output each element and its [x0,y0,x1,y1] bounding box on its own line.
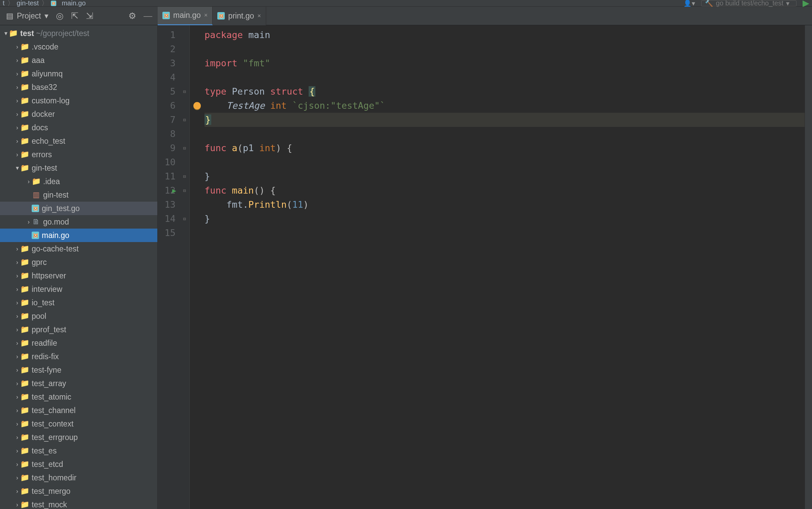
fold-marker[interactable]: ⊟ [180,141,189,155]
chevron-down-icon[interactable]: ▾ [3,30,9,37]
line-number[interactable]: 13 [158,198,176,212]
breadcrumb-item[interactable]: t [3,0,5,7]
line-number[interactable]: 10 [158,155,176,169]
close-icon[interactable]: × [257,12,261,20]
run-gutter-icon[interactable]: ▶ [172,183,176,198]
collapse-icon[interactable]: ⇲ [86,11,93,21]
chevron-icon[interactable]: › [14,70,20,77]
tree-item[interactable]: › 📁gprc [0,256,157,269]
tree-item[interactable]: › 📁aaa [0,54,157,67]
chevron-icon[interactable]: › [14,313,20,320]
code-line[interactable]: TestAge int `cjson:"testAge"` [205,99,805,113]
chevron-icon[interactable]: › [14,420,20,428]
tree-item[interactable]: ▾ 📁gin-test [0,161,157,175]
fold-marker[interactable] [180,99,189,113]
line-number[interactable]: 11 [158,169,176,183]
editor-tab[interactable]: 🐹 print.go × [213,7,266,25]
chevron-icon[interactable]: › [14,447,20,454]
expand-icon[interactable]: ⇱ [71,11,79,21]
line-number[interactable]: 15 [158,226,176,240]
fold-marker[interactable] [180,56,189,70]
line-number[interactable]: 7 [158,113,176,127]
chevron-icon[interactable]: › [14,43,20,50]
fold-marker[interactable] [180,198,189,212]
line-number[interactable]: 2 [158,42,176,56]
chevron-icon[interactable]: › [14,394,20,401]
code-editor[interactable]: 123456789101112131415 ⊟⊟⊟⊟▶⊟⊟ package ma… [158,25,812,509]
code-line[interactable]: } [205,113,805,127]
chevron-icon[interactable]: › [14,272,20,279]
code-line[interactable] [205,127,805,141]
fold-marker[interactable] [180,155,189,169]
tree-item[interactable]: › 📁test_mergo [0,484,157,498]
tree-item[interactable]: › 📁test_errgroup [0,431,157,444]
code-line[interactable]: fmt.Println(11) [205,198,805,212]
code-line[interactable] [205,155,805,169]
tree-item[interactable]: › 📁readfile [0,336,157,350]
chevron-icon[interactable]: › [14,97,20,104]
tree-item[interactable]: · 🐹gin_test.go [0,202,157,215]
editor-tab[interactable]: 🐹 main.go × [158,7,213,25]
chevron-icon[interactable]: · [26,205,32,212]
tree-item[interactable]: › 📁io_test [0,296,157,309]
tree-item[interactable]: › 📁aliyunmq [0,67,157,80]
bulb-icon[interactable] [193,102,201,109]
code-line[interactable]: func main() { [205,183,805,198]
breadcrumb-item[interactable]: gin-test [17,0,39,7]
close-icon[interactable]: × [204,12,208,19]
tree-item[interactable]: › 📁test_mock [0,498,157,509]
code-line[interactable]: import "fmt" [205,56,805,70]
chevron-icon[interactable]: › [14,124,20,131]
code-line[interactable]: } [205,169,805,183]
tree-item[interactable]: › 📁go-cache-test [0,242,157,256]
fold-marker[interactable]: ⊟ [180,212,189,226]
fold-marker[interactable] [180,28,189,42]
chevron-icon[interactable]: › [14,57,20,64]
chevron-icon[interactable]: › [26,218,32,226]
tree-item[interactable]: › 📁pool [0,309,157,323]
chevron-icon[interactable]: › [14,111,20,118]
gear-icon[interactable]: ⚙ [128,11,136,21]
fold-marker[interactable] [180,42,189,56]
fold-marker[interactable]: ⊟ [180,169,189,183]
chevron-icon[interactable]: › [14,501,20,508]
project-tool-window-button[interactable]: ▤ Project ▾ [6,11,49,21]
tree-item[interactable]: › 🗎go.mod [0,215,157,229]
tree-root[interactable]: ▾ 📁 test ~/goproject/test [0,27,157,40]
chevron-icon[interactable]: › [14,138,20,145]
tree-item[interactable]: › 📁pprof_test [0,323,157,336]
chevron-icon[interactable]: › [14,299,20,306]
tree-item[interactable]: › 📁test_etcd [0,457,157,471]
line-number[interactable]: 9 [158,141,176,155]
tree-item[interactable]: › 📁test-fyne [0,363,157,377]
fold-marker[interactable]: ▶⊟ [180,183,189,198]
line-number[interactable]: 6 [158,99,176,113]
tree-item[interactable]: › 📁test_atomic [0,390,157,404]
tree-item[interactable]: › 📁docker [0,107,157,121]
fold-marker[interactable] [180,70,189,84]
chevron-icon[interactable]: › [14,326,20,333]
user-icon[interactable]: 👤▾ [683,0,695,7]
code-area[interactable]: package mainimport "fmt"type Person stru… [205,25,805,509]
chevron-icon[interactable]: › [14,380,20,387]
tree-item[interactable]: › 📁httpserver [0,269,157,282]
line-number[interactable]: 5 [158,84,176,99]
code-line[interactable] [205,70,805,84]
chevron-icon[interactable]: › [14,84,20,91]
chevron-icon[interactable]: › [14,474,20,481]
fold-marker[interactable]: ⊟ [180,113,189,127]
chevron-icon[interactable]: › [14,353,20,360]
line-number[interactable]: 14 [158,212,176,226]
minimize-icon[interactable]: — [144,11,152,21]
line-number[interactable]: 3 [158,56,176,70]
line-number[interactable]: 1 [158,28,176,42]
tree-item[interactable]: › 📁.idea [0,175,157,188]
chevron-icon[interactable]: › [14,434,20,441]
line-number-gutter[interactable]: 123456789101112131415 [158,25,180,509]
chevron-icon[interactable]: › [14,407,20,414]
tree-item[interactable]: › 📁custom-log [0,94,157,107]
code-line[interactable] [205,42,805,56]
chevron-icon[interactable]: › [14,461,20,468]
chevron-icon[interactable]: · [26,232,32,239]
chevron-icon[interactable]: ▾ [14,164,20,172]
